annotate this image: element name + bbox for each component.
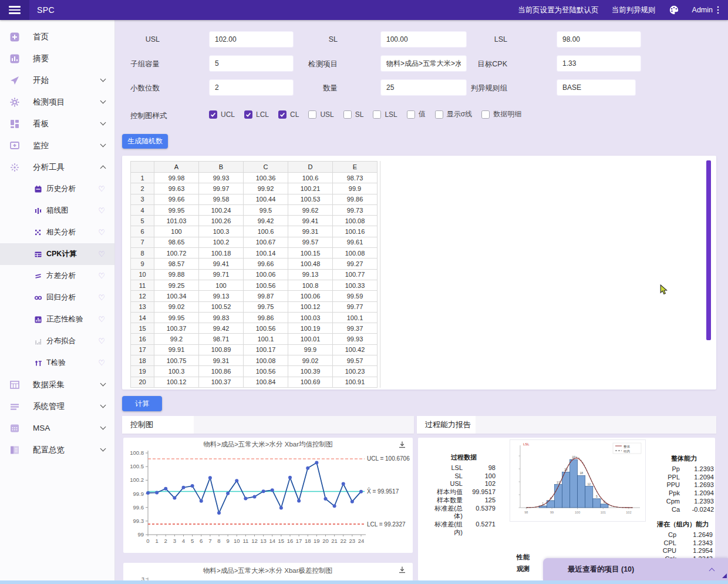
grid-cell[interactable]: 100.77	[333, 269, 378, 280]
tab-control-chart[interactable]: 控制图	[122, 416, 194, 434]
rule-group-input[interactable]	[557, 79, 636, 96]
grid-cell[interactable]: 99.13	[199, 291, 244, 301]
grid-cell[interactable]: 99.31	[199, 355, 244, 366]
row-number[interactable]: 7	[131, 237, 154, 247]
grid-cell[interactable]: 99.86	[244, 312, 288, 323]
row-number[interactable]: 18	[131, 355, 154, 366]
grid-cell[interactable]: 100.18	[199, 248, 244, 259]
grid-cell[interactable]: 100.33	[333, 280, 378, 290]
grid-cell[interactable]: 100.06	[244, 269, 288, 280]
grid-cell[interactable]: 99.66	[244, 259, 288, 269]
chevron-up-icon[interactable]	[709, 568, 715, 573]
grid-cell[interactable]: 99.41	[288, 216, 333, 226]
grid-cell[interactable]: 100.53	[288, 194, 333, 204]
data-point[interactable]	[235, 479, 238, 482]
lsl-input[interactable]	[557, 31, 641, 48]
grid-cell[interactable]: 99.31	[288, 226, 333, 237]
sidebar-item-monitoring[interactable]: 监控	[0, 135, 114, 156]
more-vertical-icon[interactable]	[715, 5, 721, 15]
favorite-icon[interactable]: ♡	[98, 359, 105, 367]
grid-cell[interactable]: 100.72	[154, 248, 199, 259]
grid-cell[interactable]: 100.6	[288, 173, 333, 183]
grid-cell[interactable]: 99.92	[244, 183, 288, 194]
grid-cell[interactable]: 99.02	[154, 301, 199, 312]
grid-cell[interactable]: 99.75	[244, 301, 288, 312]
calculate-button[interactable]: 计算	[122, 396, 162, 411]
grid-cell[interactable]: 100.56	[244, 280, 288, 290]
grid-cell[interactable]: 98.65	[154, 237, 199, 247]
sidebar-item-anova[interactable]: 方差分析♡	[0, 265, 114, 287]
sidebar-item-regression[interactable]: 回归分析♡	[0, 287, 114, 308]
data-point[interactable]	[350, 500, 354, 504]
sidebar-item-summary[interactable]: 摘要	[0, 48, 114, 69]
data-point[interactable]	[342, 482, 345, 486]
data-point[interactable]	[333, 504, 336, 508]
tab-capability-report[interactable]: 过程能力报告	[417, 416, 476, 434]
checkbox-unchecked-icon[interactable]	[308, 110, 316, 119]
grid-cell[interactable]: 100.69	[288, 377, 333, 387]
favorite-icon[interactable]: ♡	[98, 185, 105, 193]
grid-cell[interactable]: 99.97	[199, 183, 244, 194]
column-header-D[interactable]: D	[288, 162, 333, 173]
data-point[interactable]	[306, 466, 309, 470]
checkbox-unchecked-icon[interactable]	[481, 110, 490, 119]
checkbox-ucl[interactable]: UCL	[209, 110, 235, 119]
grid-cell[interactable]: 100.48	[288, 259, 333, 269]
grid-cell[interactable]: 100.1	[333, 312, 378, 323]
grid-cell[interactable]: 100.24	[199, 204, 244, 215]
grid-cell[interactable]: 99.13	[288, 269, 333, 280]
grid-cell[interactable]: 100.14	[244, 248, 288, 259]
bottom-scrollbar[interactable]	[0, 580, 728, 584]
grid-cell[interactable]: 99.93	[199, 173, 244, 183]
grid-cell[interactable]: 100.42	[333, 344, 378, 355]
grid-cell[interactable]: 100.06	[288, 291, 333, 301]
data-point[interactable]	[271, 488, 274, 492]
row-number[interactable]: 14	[131, 312, 154, 323]
grid-cell[interactable]: 99.59	[333, 291, 378, 301]
favorite-icon[interactable]: ♡	[98, 207, 105, 214]
grid-cell[interactable]: 99.66	[154, 194, 199, 204]
data-point[interactable]	[359, 490, 363, 494]
grid-cell[interactable]: 99.41	[199, 259, 244, 269]
checkbox-data-detail[interactable]: 数据明细	[481, 109, 521, 119]
grid-cell[interactable]: 100.91	[333, 377, 378, 387]
row-number[interactable]: 17	[131, 344, 154, 355]
grid-cell[interactable]: 100.84	[244, 377, 288, 387]
data-point[interactable]	[288, 476, 292, 479]
row-number[interactable]: 15	[131, 323, 154, 334]
grid-cell[interactable]: 100.21	[288, 183, 333, 194]
sidebar-item-t-test[interactable]: T检验♡	[0, 352, 114, 374]
grid-cell[interactable]: 100.01	[288, 334, 333, 344]
grid-cell[interactable]: 100.67	[244, 237, 288, 247]
sidebar-item-inspection-items[interactable]: 检测项目	[0, 91, 114, 113]
data-point[interactable]	[297, 499, 301, 502]
checkbox-lcl[interactable]: LCL	[244, 110, 269, 119]
data-point[interactable]	[191, 484, 194, 488]
data-point[interactable]	[173, 496, 176, 500]
favorite-icon[interactable]: ♡	[98, 337, 105, 345]
row-number[interactable]: 3	[131, 194, 154, 204]
grid-cell[interactable]: 100.52	[199, 301, 244, 312]
grid-cell[interactable]: 99.02	[288, 355, 333, 366]
row-number[interactable]: 19	[131, 366, 154, 377]
row-number[interactable]: 10	[131, 269, 154, 280]
checkbox-usl[interactable]: USL	[308, 110, 333, 119]
data-point[interactable]	[208, 476, 212, 479]
grid-cell[interactable]: 100.15	[288, 248, 333, 259]
row-number[interactable]: 5	[131, 216, 154, 226]
grid-cell[interactable]: 100.44	[244, 194, 288, 204]
grid-cell[interactable]: 100.16	[333, 226, 378, 237]
download-icon[interactable]	[399, 442, 405, 448]
hamburger-menu-icon[interactable]	[0, 0, 29, 20]
grid-cell[interactable]: 100.3	[199, 226, 244, 237]
checkbox-cl[interactable]: CL	[278, 110, 299, 119]
column-header-B[interactable]: B	[199, 162, 244, 173]
grid-cell[interactable]: 100.03	[288, 312, 333, 323]
sidebar-item-start[interactable]: 开始	[0, 69, 114, 91]
grid-cell[interactable]: 99.63	[154, 183, 199, 194]
favorite-icon[interactable]: ♡	[98, 229, 105, 236]
grid-cell[interactable]: 100.89	[199, 344, 244, 355]
grid-cell[interactable]: 99.95	[154, 204, 199, 215]
sidebar-item-home[interactable]: 首页	[0, 26, 114, 48]
grid-cell[interactable]: 99.9	[288, 344, 333, 355]
